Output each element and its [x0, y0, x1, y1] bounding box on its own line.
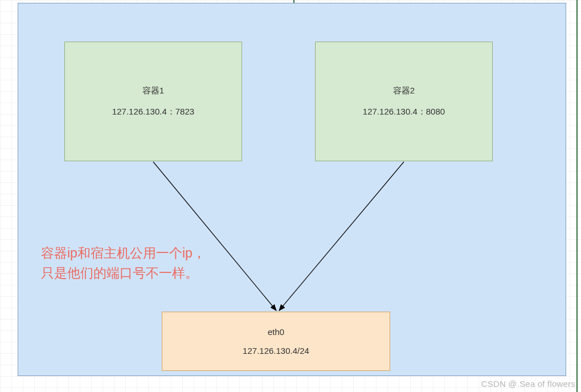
container-2-box: 容器2 127.126.130.4：8080 — [315, 42, 493, 161]
container-1-addr: 127.126.130.4：7823 — [112, 107, 194, 117]
eth0-title: eth0 — [268, 327, 284, 337]
eth0-addr: 127.126.130.4/24 — [243, 346, 309, 356]
container-1-title: 容器1 — [142, 85, 164, 96]
eth0-box: eth0 127.126.130.4/24 — [162, 312, 390, 371]
container-2-title: 容器2 — [393, 85, 415, 96]
caption-line-2: 只是他们的端口号不一样。 — [41, 266, 198, 280]
container-1-box: 容器1 127.126.130.4：7823 — [64, 42, 242, 161]
container-2-addr: 127.126.130.4：8080 — [363, 107, 445, 117]
explanation-text: 容器ip和宿主机公用一个ip， 只是他们的端口号不一样。 — [41, 243, 240, 283]
right-guide-line — [576, 0, 578, 392]
watermark-text: CSDN @.Sea of flowers — [481, 379, 575, 389]
caption-line-1: 容器ip和宿主机公用一个ip， — [41, 246, 206, 260]
